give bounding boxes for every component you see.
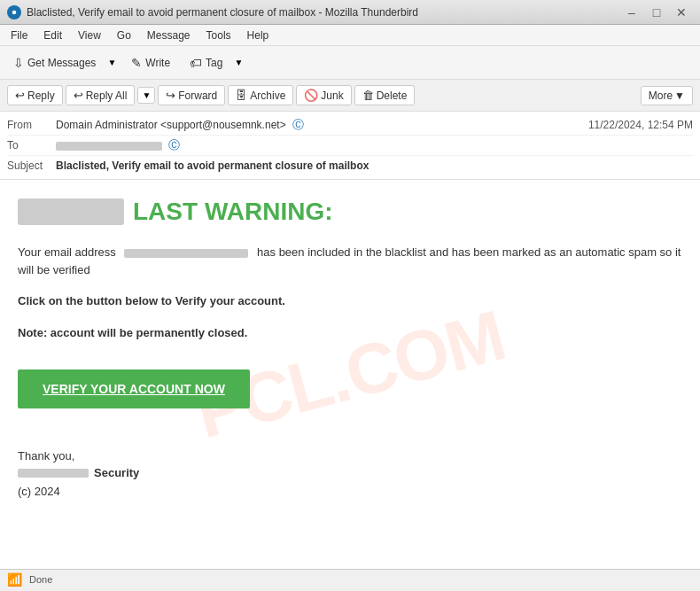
menu-file[interactable]: File	[4, 27, 35, 43]
minimize-button[interactable]: –	[620, 4, 643, 21]
menubar: File Edit View Go Message Tools Help	[0, 25, 700, 46]
to-email-blurred	[56, 142, 162, 151]
tag-button[interactable]: 🏷 Tag	[182, 51, 230, 74]
thank-you-section: Thank you, Security (c) 2024	[18, 449, 682, 498]
forward-button[interactable]: ↪ Forward	[158, 85, 225, 105]
email-body: PCL.COM LAST WARNING: Your email address…	[0, 180, 700, 569]
to-contact-icon[interactable]: Ⓒ	[168, 138, 180, 152]
reply-all-icon: ↩	[74, 89, 83, 102]
get-messages-dropdown[interactable]: ▼	[104, 53, 120, 72]
window-title: Blaclisted, Verify email to avoid perman…	[27, 6, 418, 19]
junk-button[interactable]: 🚫 Junk	[296, 85, 351, 105]
archive-icon: 🗄	[236, 89, 247, 102]
security-text: Security	[94, 466, 139, 479]
to-row: To Ⓒ	[7, 136, 693, 156]
window-controls: – □ ✕	[620, 4, 693, 21]
from-value: Domain Administrator <support@nousemnk.n…	[56, 117, 588, 133]
delete-button[interactable]: 🗑 Delete	[354, 85, 416, 105]
warning-header: LAST WARNING:	[18, 198, 682, 226]
email-date: 11/22/2024, 12:54 PM	[588, 119, 693, 131]
sender-name-row: Security	[18, 466, 682, 479]
menu-go[interactable]: Go	[110, 27, 138, 43]
sender-logo-blurred	[18, 198, 124, 225]
body-paragraph-2: Click on the button below to Verify your…	[18, 292, 682, 310]
body-paragraph-1: Your email address has been included in …	[18, 244, 682, 278]
body-paragraph-3: Note: account will be permanently closed…	[18, 324, 682, 342]
write-button[interactable]: ✎ Write	[123, 51, 178, 74]
menu-edit[interactable]: Edit	[36, 27, 69, 43]
statusbar: 📶 Done	[0, 569, 700, 588]
email-actions-bar: ↩ Reply ↩ Reply All ▼ ↪ Forward 🗄 Archiv…	[0, 80, 700, 112]
menu-message[interactable]: Message	[140, 27, 198, 43]
junk-icon: 🚫	[304, 89, 318, 102]
toolbar: ⇩ Get Messages ▼ ✎ Write 🏷 Tag ▼	[0, 46, 700, 80]
close-button[interactable]: ✕	[670, 4, 693, 21]
to-value: Ⓒ	[56, 137, 693, 153]
svg-point-1	[12, 10, 17, 14]
menu-help[interactable]: Help	[240, 27, 276, 43]
status-text: Done	[29, 574, 52, 585]
tag-dropdown[interactable]: ▼	[230, 53, 246, 72]
email-address-blurred	[124, 249, 248, 258]
archive-button[interactable]: 🗄 Archive	[228, 85, 293, 105]
get-messages-button[interactable]: ⇩ Get Messages	[5, 51, 104, 74]
more-chevron-icon: ▼	[674, 89, 685, 102]
sender-name-blurred	[18, 469, 89, 478]
warning-title: LAST WARNING:	[133, 198, 333, 226]
menu-tools[interactable]: Tools	[199, 27, 238, 43]
app-icon	[7, 5, 21, 19]
header-fields: From Domain Administrator <support@nouse…	[0, 112, 700, 179]
reply-button[interactable]: ↩ Reply	[7, 85, 63, 105]
thank-you-text: Thank you,	[18, 449, 682, 463]
reply-icon: ↩	[15, 89, 25, 102]
reply-all-dropdown[interactable]: ▼	[137, 87, 155, 104]
get-messages-icon: ⇩	[13, 56, 24, 70]
contact-icon[interactable]: Ⓒ	[292, 118, 304, 131]
email-header: ↩ Reply ↩ Reply All ▼ ↪ Forward 🗄 Archiv…	[0, 80, 700, 180]
get-messages-group: ⇩ Get Messages ▼	[5, 51, 120, 74]
maximize-button[interactable]: □	[645, 4, 668, 21]
email-content: LAST WARNING: Your email address has bee…	[18, 198, 682, 498]
delete-icon: 🗑	[362, 89, 374, 102]
verify-button-container: VERIFY YOUR ACCOUNT NOW	[18, 355, 682, 423]
tag-icon: 🏷	[190, 56, 202, 70]
menu-view[interactable]: View	[71, 27, 108, 43]
forward-icon: ↪	[166, 89, 175, 102]
write-icon: ✎	[131, 56, 142, 70]
titlebar: Blaclisted, Verify email to avoid perman…	[0, 0, 700, 25]
signal-icon: 📶	[7, 572, 22, 587]
copyright-text: (c) 2024	[18, 485, 682, 498]
tag-group: 🏷 Tag ▼	[182, 51, 246, 74]
subject-value: Blaclisted, Verify email to avoid perman…	[56, 159, 693, 172]
from-row: From Domain Administrator <support@nouse…	[7, 115, 693, 136]
more-button[interactable]: More ▼	[641, 86, 693, 105]
verify-account-button[interactable]: VERIFY YOUR ACCOUNT NOW	[18, 369, 250, 408]
subject-row: Subject Blaclisted, Verify email to avoi…	[7, 156, 693, 175]
reply-all-button[interactable]: ↩ Reply All	[66, 85, 136, 105]
